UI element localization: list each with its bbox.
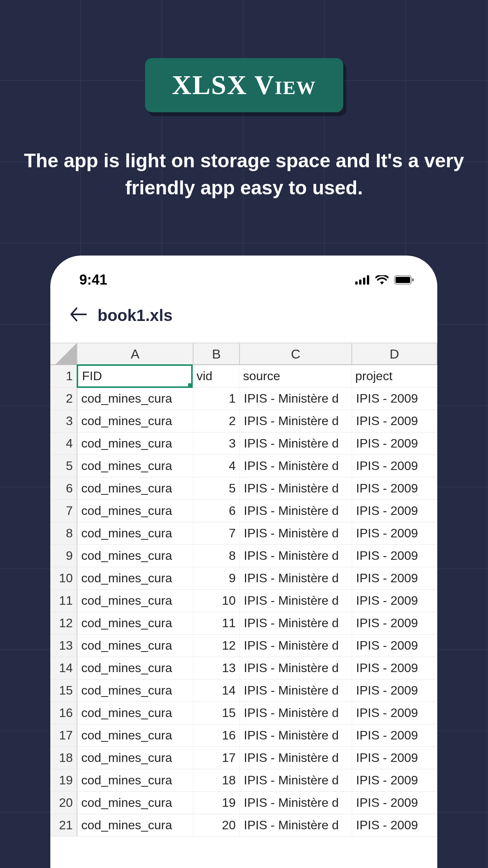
cell[interactable]: IPIS - Ministère d: [240, 432, 352, 455]
cell[interactable]: IPIS - 2009: [352, 679, 437, 702]
row-header[interactable]: 20: [50, 792, 77, 814]
cell[interactable]: 6: [193, 500, 240, 522]
cell[interactable]: 20: [193, 814, 240, 836]
cell[interactable]: FID: [77, 364, 193, 388]
cell[interactable]: IPIS - 2009: [352, 724, 437, 746]
cell[interactable]: 3: [193, 432, 240, 455]
row-header[interactable]: 14: [50, 657, 77, 679]
cell[interactable]: IPIS - Ministère d: [240, 702, 352, 724]
cell[interactable]: 8: [193, 545, 240, 567]
cell[interactable]: IPIS - Ministère d: [240, 657, 352, 679]
cell[interactable]: 11: [193, 612, 240, 634]
cell[interactable]: cod_mines_cura: [77, 747, 193, 769]
cell[interactable]: IPIS - Ministère d: [240, 747, 352, 769]
cell[interactable]: IPIS - 2009: [352, 612, 437, 634]
cell[interactable]: cod_mines_cura: [77, 679, 193, 702]
cell[interactable]: vid: [193, 365, 239, 387]
cell[interactable]: 5: [193, 477, 240, 499]
cell[interactable]: IPIS - Ministère d: [240, 635, 352, 657]
cell[interactable]: 7: [193, 522, 240, 544]
cell[interactable]: IPIS - 2009: [352, 410, 437, 432]
cell[interactable]: IPIS - Ministère d: [240, 590, 352, 612]
cell[interactable]: IPIS - Ministère d: [240, 522, 352, 544]
cell[interactable]: 18: [193, 769, 240, 791]
cell[interactable]: cod_mines_cura: [77, 792, 193, 814]
column-header-C[interactable]: C: [240, 343, 352, 364]
cell[interactable]: IPIS - 2009: [352, 747, 437, 769]
cell[interactable]: IPIS - 2009: [352, 635, 437, 657]
column-header-B[interactable]: B: [193, 343, 240, 364]
cell[interactable]: cod_mines_cura: [77, 545, 193, 567]
row-header[interactable]: 15: [50, 679, 77, 702]
cell[interactable]: cod_mines_cura: [77, 590, 193, 612]
cell[interactable]: IPIS - Ministère d: [240, 500, 352, 522]
cell[interactable]: cod_mines_cura: [77, 432, 193, 455]
cell[interactable]: IPIS - 2009: [352, 769, 437, 791]
cell[interactable]: IPIS - Ministère d: [240, 814, 352, 836]
cell[interactable]: cod_mines_cura: [77, 724, 193, 746]
cell[interactable]: cod_mines_cura: [77, 388, 193, 410]
cell[interactable]: IPIS - Ministère d: [240, 388, 352, 410]
cell[interactable]: IPIS - 2009: [352, 388, 437, 410]
cell[interactable]: 4: [193, 455, 240, 477]
row-header[interactable]: 6: [50, 477, 77, 499]
cell[interactable]: IPIS - Ministère d: [240, 724, 352, 746]
cell[interactable]: cod_mines_cura: [77, 635, 193, 657]
column-header-D[interactable]: D: [352, 343, 437, 364]
cell[interactable]: 12: [193, 635, 240, 657]
cell[interactable]: cod_mines_cura: [77, 657, 193, 679]
cell[interactable]: IPIS - 2009: [352, 590, 437, 612]
cell[interactable]: IPIS - 2009: [352, 477, 437, 499]
back-arrow-icon[interactable]: [70, 306, 87, 325]
cell[interactable]: cod_mines_cura: [77, 500, 193, 522]
cell[interactable]: 13: [193, 657, 240, 679]
cell[interactable]: IPIS - Ministère d: [240, 477, 352, 499]
row-header[interactable]: 13: [50, 635, 77, 657]
row-header[interactable]: 7: [50, 500, 77, 522]
cell[interactable]: IPIS - 2009: [352, 567, 437, 589]
cell[interactable]: IPIS - Ministère d: [240, 410, 352, 432]
row-header[interactable]: 11: [50, 590, 77, 612]
cell[interactable]: 19: [193, 792, 240, 814]
cell[interactable]: IPIS - Ministère d: [240, 769, 352, 791]
cell[interactable]: IPIS - 2009: [352, 545, 437, 567]
row-header[interactable]: 3: [50, 410, 77, 432]
cell[interactable]: 16: [193, 724, 240, 746]
cell[interactable]: cod_mines_cura: [77, 455, 193, 477]
cell[interactable]: 17: [193, 747, 240, 769]
cell[interactable]: IPIS - 2009: [352, 500, 437, 522]
cell[interactable]: IPIS - 2009: [352, 657, 437, 679]
row-header[interactable]: 17: [50, 724, 77, 746]
cell[interactable]: IPIS - Ministère d: [240, 612, 352, 634]
cell[interactable]: cod_mines_cura: [77, 769, 193, 791]
cell[interactable]: IPIS - 2009: [352, 792, 437, 814]
cell[interactable]: cod_mines_cura: [77, 612, 193, 634]
cell[interactable]: cod_mines_cura: [77, 702, 193, 724]
row-header[interactable]: 5: [50, 455, 77, 477]
cell[interactable]: 9: [193, 567, 240, 589]
cell[interactable]: cod_mines_cura: [77, 567, 193, 589]
cell[interactable]: IPIS - Ministère d: [240, 567, 352, 589]
cell[interactable]: project: [351, 365, 437, 387]
cell[interactable]: IPIS - Ministère d: [240, 455, 352, 477]
cell[interactable]: 1: [193, 388, 240, 410]
cell[interactable]: IPIS - Ministère d: [240, 679, 352, 702]
column-header-A[interactable]: A: [77, 343, 193, 364]
cell[interactable]: cod_mines_cura: [77, 522, 193, 544]
spreadsheet[interactable]: A B C D 1FIDvidsourceproject2cod_mines_c…: [50, 343, 437, 837]
row-header[interactable]: 2: [50, 388, 77, 410]
cell[interactable]: IPIS - 2009: [352, 522, 437, 544]
row-header[interactable]: 19: [50, 769, 77, 791]
cell[interactable]: IPIS - 2009: [352, 455, 437, 477]
cell[interactable]: 2: [193, 410, 240, 432]
cell[interactable]: cod_mines_cura: [77, 410, 193, 432]
cell[interactable]: cod_mines_cura: [77, 814, 193, 836]
cell[interactable]: IPIS - Ministère d: [240, 545, 352, 567]
row-header[interactable]: 4: [50, 432, 77, 455]
select-all-corner[interactable]: [50, 343, 77, 364]
cell[interactable]: 14: [193, 679, 240, 702]
row-header[interactable]: 12: [50, 612, 77, 634]
row-header[interactable]: 18: [50, 747, 77, 769]
cell[interactable]: source: [239, 365, 351, 387]
row-header[interactable]: 10: [50, 567, 77, 589]
